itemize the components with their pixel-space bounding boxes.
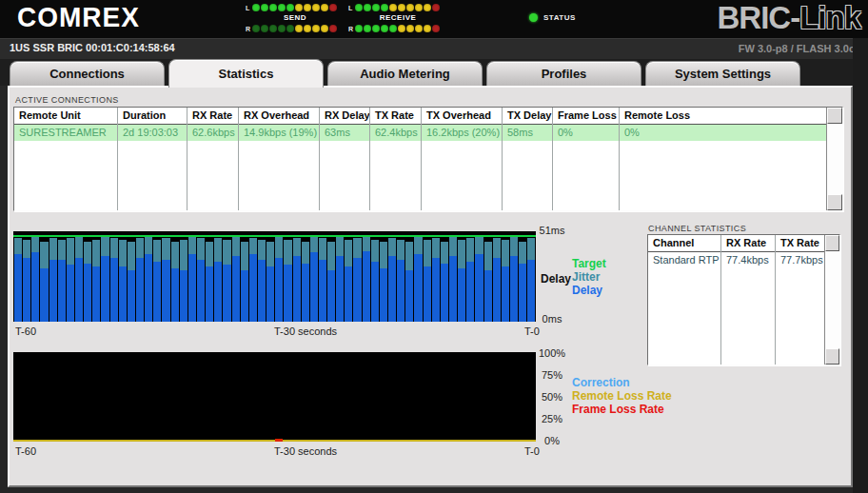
- delay-bars: [14, 231, 535, 322]
- delay-bar: [40, 231, 48, 322]
- sub-bar: 1US SSR BRIC 00:01:C0:14:58:64 FW 3.0-p8…: [0, 39, 868, 59]
- column-header: Frame Loss: [553, 108, 619, 125]
- delay-bar: [405, 231, 413, 322]
- column-header: Channel: [648, 235, 720, 252]
- delay-bar: [302, 231, 309, 322]
- delay-bar: [119, 231, 127, 322]
- legend-frame-loss: Frame Loss Rate: [572, 403, 664, 416]
- scroll-up-button[interactable]: [827, 108, 842, 124]
- right-channel-label: R: [246, 26, 252, 32]
- scroll-up-button[interactable]: [825, 235, 839, 251]
- delay-bar: [371, 231, 379, 322]
- column-header: RX Rate: [721, 235, 775, 252]
- led: [364, 25, 371, 32]
- send-left-leds: [252, 4, 337, 11]
- active-connections-body: Remote UnitSURESTREAMERDuration2d 19:03:…: [14, 108, 827, 210]
- delay-bar: [223, 231, 230, 322]
- channel-statistics-label: CHANNEL STATISTICS: [648, 224, 746, 233]
- channel-scrollbar[interactable]: [824, 235, 839, 365]
- tab-statistics[interactable]: Statistics: [168, 59, 324, 88]
- legend-delay: Delay: [572, 284, 602, 297]
- loss-ytick-0: 0%: [535, 435, 569, 446]
- table-column: RX Delay63ms: [320, 108, 370, 210]
- led: [252, 4, 260, 11]
- delay-bar: [519, 231, 526, 322]
- led: [286, 25, 294, 32]
- delay-bar: [327, 231, 335, 322]
- scroll-down-button[interactable]: [825, 348, 839, 365]
- delay-xtick-mid: T-30 seconds: [274, 325, 337, 337]
- delay-bar: [310, 231, 318, 322]
- delay-bar: [214, 231, 222, 322]
- led: [381, 25, 388, 32]
- delay-bar: [145, 231, 152, 322]
- delay-bar: [266, 231, 274, 322]
- delay-bar: [249, 231, 257, 322]
- delay-bar: [397, 231, 404, 322]
- delay-bar: [510, 231, 518, 322]
- bric-link-logo: BRIC-Link: [718, 0, 861, 36]
- led: [432, 25, 440, 32]
- delay-bar: [110, 231, 118, 322]
- receive-label: RECEIVE: [348, 12, 447, 24]
- delay-bar: [162, 231, 169, 322]
- legend-jitter: Jitter: [572, 270, 600, 284]
- delay-bar: [84, 231, 91, 322]
- comrex-logo: COMREX: [17, 2, 140, 34]
- table-column: Duration2d 19:03:03: [118, 108, 187, 210]
- scroll-down-button[interactable]: [827, 194, 842, 210]
- loss-xtick-mid: T-30 seconds: [274, 445, 337, 457]
- led: [364, 4, 371, 11]
- channel-statistics-table: ChannelStandard RTPRX Rate77.4kbpsTX Rat…: [647, 234, 840, 365]
- led: [321, 25, 328, 32]
- led: [415, 4, 423, 11]
- legend-target: Target: [572, 257, 606, 270]
- delay-bar: [353, 231, 361, 322]
- delay-bar: [136, 231, 144, 322]
- tab-audio-metering[interactable]: Audio Metering: [327, 61, 483, 86]
- loss-ytick-50: 50%: [535, 391, 569, 403]
- led: [406, 4, 414, 11]
- delay-axis-label: Delay: [541, 272, 571, 286]
- tab-system-settings[interactable]: System Settings: [645, 61, 800, 86]
- led: [381, 4, 388, 11]
- led: [432, 4, 440, 11]
- delay-bar: [92, 231, 100, 322]
- delay-bar: [458, 231, 465, 322]
- legend-remote-loss: Remote Loss Rate: [572, 389, 672, 403]
- status-indicator: STATUS: [529, 13, 576, 22]
- led: [278, 25, 286, 32]
- right-edge: [853, 38, 868, 493]
- receive-meter: L RECEIVE R: [348, 3, 447, 35]
- delay-bar: [432, 231, 440, 322]
- led: [424, 4, 431, 11]
- led: [304, 4, 311, 11]
- delay-bar: [475, 231, 483, 322]
- delay-bar: [345, 231, 352, 322]
- led: [295, 4, 303, 11]
- delay-bar: [493, 231, 501, 322]
- led: [329, 4, 337, 11]
- loss-correction-chart: [13, 352, 536, 442]
- column-header: Duration: [118, 108, 187, 125]
- tab-profiles[interactable]: Profiles: [486, 61, 641, 86]
- delay-bar: [414, 231, 422, 322]
- delay-bar: [527, 231, 535, 322]
- delay-bar: [258, 231, 266, 322]
- table-column: Remote UnitSURESTREAMER: [14, 108, 118, 210]
- status-label: STATUS: [543, 13, 576, 22]
- delay-xtick-right: T-0: [524, 325, 540, 337]
- delay-bar: [336, 231, 344, 322]
- connections-scrollbar[interactable]: [826, 108, 842, 210]
- tab-connections[interactable]: Connections: [10, 61, 165, 86]
- delay-bar: [241, 231, 248, 322]
- bric-logo-outline: Link: [799, 0, 860, 35]
- table-column: TX Delay58ms: [503, 108, 553, 210]
- target-line: [13, 235, 536, 237]
- delay-bar: [14, 231, 22, 322]
- active-connections-label: ACTIVE CONNECTIONS: [15, 95, 119, 105]
- delay-bar: [484, 231, 492, 322]
- led: [312, 4, 320, 11]
- delay-bar: [441, 231, 448, 322]
- left-channel-label: L: [246, 5, 252, 11]
